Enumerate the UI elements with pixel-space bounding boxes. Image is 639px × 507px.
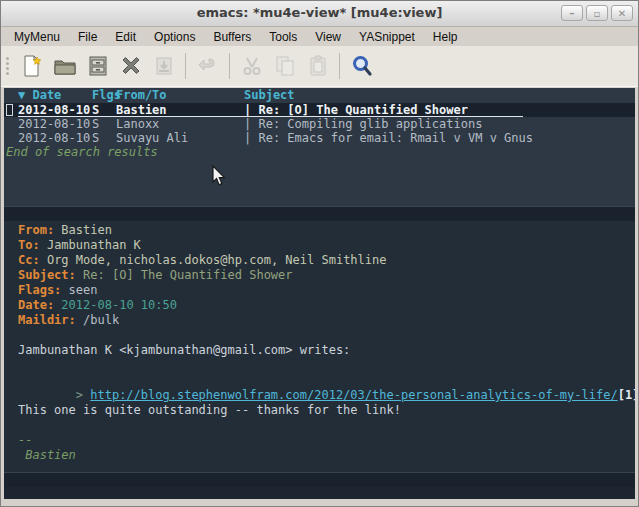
menu-buffers[interactable]: Buffers	[204, 29, 260, 45]
menu-view[interactable]: View	[306, 29, 350, 45]
menu-yasnippet[interactable]: YASnippet	[350, 29, 424, 45]
field-value-cc: Org Mode, nicholas.dokos@hp.com, Neil Sm…	[47, 253, 387, 267]
field-value-to: Jambunathan K	[47, 238, 141, 252]
emacs-frame: ▼ Date Flgs From/To Subject 2012-08-10 S…	[4, 88, 635, 499]
field-label-subject: Subject:	[18, 268, 76, 282]
field-value-from: Bastien	[61, 223, 112, 237]
field-value-subject: Re: [O] The Quantified Shower	[83, 268, 293, 282]
toolbar-grip[interactable]	[6, 57, 9, 75]
window-title: emacs: *mu4e-view* [mu4e:view]	[1, 5, 638, 20]
delete-icon[interactable]	[114, 50, 147, 82]
menu-file[interactable]: File	[69, 29, 106, 45]
table-row[interactable]: 2012-08-10 S Bastien | Re: [O] The Quant…	[4, 103, 635, 117]
headers-modeline: *mu4e-headers* ( 1, 0) [All/275] [mu4e:h…	[4, 206, 635, 221]
column-date[interactable]: ▼ Date	[18, 88, 92, 103]
menu-mymenu[interactable]: MyMenu	[5, 29, 69, 45]
row-from: Suvayu Ali	[116, 131, 244, 145]
menu-options[interactable]: Options	[145, 29, 204, 45]
field-value-date: 2012-08-10 10:50	[61, 298, 177, 312]
row-flags: S	[92, 117, 116, 131]
footnote-marker: [1]	[618, 388, 635, 402]
row-subject: | Re: [O] The Quantified Shower	[244, 103, 523, 116]
save-as-icon[interactable]	[147, 50, 180, 82]
column-subject[interactable]: Subject	[244, 88, 635, 103]
row-from: Lanoxx	[116, 117, 244, 131]
mu4e-view-buffer: From: Bastien To: Jambunathan K Cc: Org …	[4, 221, 635, 472]
column-from[interactable]: From/To	[116, 88, 244, 103]
body-writes-line: Jambunathan K <kjambunathan@gmail.com> w…	[18, 343, 635, 358]
row-date: 2012-08-10	[18, 103, 92, 116]
close-button[interactable]: ✕	[611, 5, 633, 21]
menu-tools[interactable]: Tools	[260, 29, 306, 45]
copy-icon[interactable]	[268, 50, 301, 82]
titlebar: emacs: *mu4e-view* [mu4e:view] – ▫ ✕	[1, 1, 638, 27]
end-of-results-text: End of search results	[4, 145, 635, 160]
hollow-cursor	[6, 104, 13, 116]
table-row[interactable]: 2012-08-10 S Lanoxx | Re: Compiling glib…	[4, 117, 635, 131]
new-file-icon[interactable]	[15, 50, 48, 82]
menu-edit[interactable]: Edit	[106, 29, 145, 45]
minimize-button[interactable]: –	[561, 5, 583, 21]
toolbar-separator	[229, 53, 230, 79]
body-link[interactable]: http://blog.stephenwolfram.com/2012/03/t…	[90, 388, 617, 402]
row-date: 2012-08-10	[18, 117, 92, 131]
field-label-date: Date:	[18, 298, 54, 312]
menu-help[interactable]: Help	[424, 29, 467, 45]
echo-area	[4, 487, 635, 499]
row-subject: | Re: Compiling glib applications	[244, 117, 635, 131]
row-date: 2012-08-10	[18, 131, 92, 145]
field-value-maildir: /bulk	[83, 313, 119, 327]
field-label-from: From:	[18, 223, 54, 237]
toolbar-separator	[185, 53, 186, 79]
row-flags: S	[92, 131, 116, 145]
save-icon[interactable]	[81, 50, 114, 82]
cut-icon[interactable]	[235, 50, 268, 82]
signature-name: Bastien	[18, 448, 635, 463]
menubar: MyMenu File Edit Options Buffers Tools V…	[1, 28, 638, 46]
headers-column-row: ▼ Date Flgs From/To Subject	[4, 88, 635, 103]
field-value-flags: seen	[69, 283, 98, 297]
field-label-cc: Cc:	[18, 253, 40, 267]
toolbar-separator	[339, 53, 340, 79]
emacs-window: emacs: *mu4e-view* [mu4e:view] – ▫ ✕ MyM…	[0, 0, 639, 507]
quoted-line: > http://blog.stephenwolfram.com/2012/03…	[18, 373, 635, 388]
quote-prefix: >	[76, 388, 90, 402]
row-from: Bastien	[116, 103, 244, 116]
mu4e-headers-buffer: ▼ Date Flgs From/To Subject 2012-08-10 S…	[4, 88, 635, 206]
view-modeline: *mu4e-view* ( 1, 0) [All/372] [mu4e:view…	[4, 472, 635, 487]
row-flags: S	[92, 103, 116, 116]
body-comment-line: This one is quite outstanding -- thanks …	[18, 403, 635, 418]
column-flags[interactable]: Flgs	[92, 88, 116, 103]
field-label-flags: Flags:	[18, 283, 61, 297]
window-controls: – ▫ ✕	[561, 5, 633, 21]
field-label-to: To:	[18, 238, 40, 252]
row-subject: | Re: Emacs for email: Rmail v VM v Gnus	[244, 131, 635, 145]
open-folder-icon[interactable]	[48, 50, 81, 82]
undo-icon[interactable]	[191, 50, 224, 82]
toolbar	[1, 46, 638, 87]
signature-dashes: --	[18, 433, 635, 448]
maximize-button[interactable]: ▫	[586, 5, 608, 21]
field-label-maildir: Maildir:	[18, 313, 76, 327]
search-icon[interactable]	[345, 50, 378, 82]
paste-icon[interactable]	[301, 50, 334, 82]
table-row[interactable]: 2012-08-10 S Suvayu Ali | Re: Emacs for …	[4, 131, 635, 145]
